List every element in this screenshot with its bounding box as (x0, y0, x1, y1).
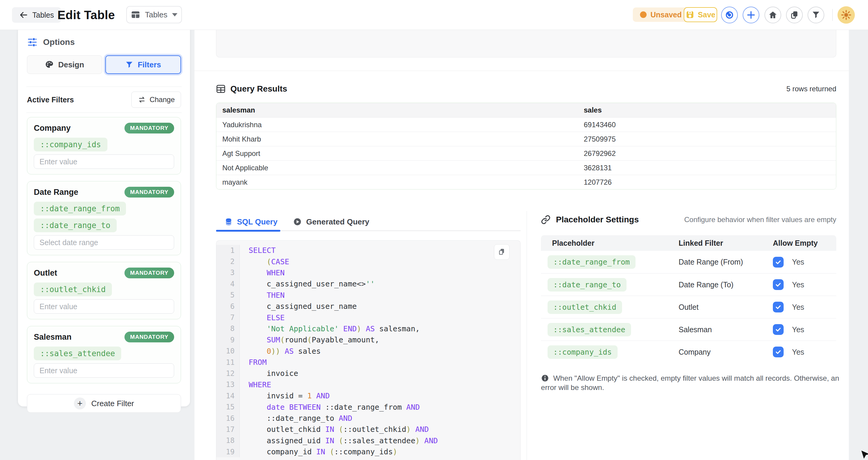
tab-sql-query[interactable]: SQL Query (216, 213, 280, 231)
allow-empty-value: Yes (792, 325, 804, 334)
allow-empty-value: Yes (792, 348, 804, 357)
sliders-icon (27, 37, 38, 48)
save-label: Save (698, 10, 715, 19)
filter-value-input[interactable] (34, 363, 174, 378)
unsaved-dot-icon (640, 11, 647, 18)
code-text: c_assigned_user_name (240, 302, 356, 311)
filter-card-head: Date RangeMANDATORY (34, 187, 174, 197)
cell-salesman: Not Applicable (216, 164, 584, 172)
allow-empty-checkbox[interactable] (773, 324, 784, 335)
filter-value-input[interactable] (34, 299, 174, 314)
cell-sales: 1207726 (584, 178, 836, 186)
code-text: SELECT (240, 246, 276, 255)
line-number: 17 (216, 424, 240, 435)
settings-column-placeholder: Placeholder (541, 239, 679, 247)
settings-cell-placeholder: ::outlet_chkid (541, 301, 679, 314)
query-results-title: Query Results (230, 84, 287, 94)
home-button[interactable] (765, 7, 781, 23)
code-line: 18 assigned_uid IN (::sales_attendee) AN… (216, 435, 520, 446)
filter-name: Outlet (34, 269, 57, 278)
settings-table-body: ::date_range_fromDate Range (From)Yes::d… (541, 251, 836, 363)
chart-preview-box (216, 30, 836, 58)
cell-salesman: Yadukrishna (216, 121, 584, 129)
tab-filters[interactable]: Filters (105, 55, 181, 74)
settings-cell-linked-filter: Salesman (679, 325, 773, 334)
filter-card-head: CompanyMANDATORY (34, 123, 174, 133)
preview-button[interactable] (721, 7, 738, 23)
sidebar-divider (26, 87, 182, 87)
filter-value-input[interactable] (34, 154, 174, 169)
query-results-table: salesman sales Yadukrishna69143460Mohit … (216, 103, 836, 189)
placeholder-chip: ::date_range_from (34, 202, 126, 215)
user-avatar[interactable] (837, 6, 855, 24)
main-panel: Query Results 5 rows returned salesman s… (194, 30, 849, 460)
change-label: Change (150, 95, 175, 104)
code-line: 7 ELSE (216, 312, 520, 323)
tab-filters-label: Filters (137, 60, 161, 69)
sql-code-editor[interactable]: 1SELECT2 (CASE3 WHEN4 c_assigned_user_na… (216, 240, 521, 460)
tab-generated-query[interactable]: Generated Query (293, 213, 369, 231)
add-button[interactable] (743, 7, 760, 23)
results-table-body: Yadukrishna69143460Mohit Kharb27509975Ag… (216, 117, 836, 189)
cell-sales: 69143460 (584, 121, 836, 129)
edit-table-screen: Tables Edit Table Tables Unsaved Save (0, 0, 868, 460)
code-line: 10 0)) AS sales (216, 346, 520, 357)
line-number: 10 (216, 346, 240, 357)
filter-card: CompanyMANDATORY::company_ids (27, 117, 181, 175)
table-row: Yadukrishna69143460 (216, 117, 836, 132)
settings-cell-allow-empty: Yes (773, 346, 836, 357)
tables-dropdown[interactable]: Tables (126, 6, 182, 23)
results-column-sales: sales (584, 106, 836, 114)
filter-card: Date RangeMANDATORY::date_range_from::da… (27, 181, 181, 255)
settings-row: ::date_range_fromDate Range (From)Yes (541, 251, 836, 273)
options-title: Options (43, 37, 75, 47)
settings-row: ::date_range_toDate Range (To)Yes (541, 273, 836, 296)
code-text: 'Not Applicable' END) AS salesman, (240, 325, 420, 333)
save-button[interactable]: Save (684, 7, 717, 22)
tab-design-label: Design (58, 60, 84, 69)
allow-empty-checkbox[interactable] (773, 257, 784, 268)
table-row: Agt Support26792962 (216, 146, 836, 160)
back-to-tables-button[interactable]: Tables (12, 7, 61, 23)
table-grid-icon (216, 84, 226, 94)
tab-sql-query-label: SQL Query (237, 217, 277, 226)
save-icon (685, 10, 694, 19)
code-line: 3 WHEN (216, 267, 520, 278)
app-header: Tables Edit Table Tables Unsaved Save (0, 0, 868, 30)
code-line: 9 SUM(round(Payable_amount, (216, 334, 520, 345)
header-divider (832, 9, 833, 21)
allow-empty-checkbox[interactable] (773, 302, 784, 312)
play-circle-icon (293, 217, 302, 226)
tab-design[interactable]: Design (27, 55, 102, 74)
options-sidebar: Options Design Filters Active Filters (18, 25, 190, 406)
code-line: 17 outlet_chkid IN (::outlet_chkid) AND (216, 424, 520, 435)
allow-empty-checkbox[interactable] (773, 346, 784, 357)
allow-empty-checkbox[interactable] (773, 279, 784, 290)
line-number: 9 (216, 334, 240, 345)
settings-row: ::outlet_chkidOutletYes (541, 296, 836, 318)
duplicate-button[interactable] (786, 7, 803, 23)
line-number: 11 (216, 357, 240, 368)
cell-sales: 3628131 (584, 164, 836, 172)
unsaved-label: Unsaved (650, 10, 682, 19)
allow-empty-value: Yes (792, 280, 804, 289)
line-number: 12 (216, 368, 240, 379)
create-filter-button[interactable]: + Create Filter (27, 394, 181, 413)
copy-code-button[interactable] (494, 244, 509, 260)
code-line: 2 (CASE (216, 256, 520, 267)
filter-value-input[interactable] (34, 235, 174, 250)
mandatory-badge: MANDATORY (124, 268, 174, 278)
tables-dropdown-label: Tables (145, 10, 167, 20)
change-filters-button[interactable]: Change (131, 92, 181, 108)
link-icon (541, 215, 551, 224)
code-line: 5 THEN (216, 290, 520, 301)
placeholder-settings-header: Placeholder Settings Configure behavior … (541, 213, 836, 226)
code-text: date BETWEEN ::date_range_from AND (240, 403, 420, 411)
results-column-salesman: salesman (216, 106, 584, 114)
copy-icon (789, 10, 799, 20)
filter-name: Salesman (34, 333, 71, 342)
code-text: ELSE (240, 313, 284, 322)
code-text: assigned_uid IN (::sales_attendee) AND (240, 436, 438, 445)
plus-icon: + (74, 397, 86, 409)
filter-button[interactable] (808, 7, 824, 23)
